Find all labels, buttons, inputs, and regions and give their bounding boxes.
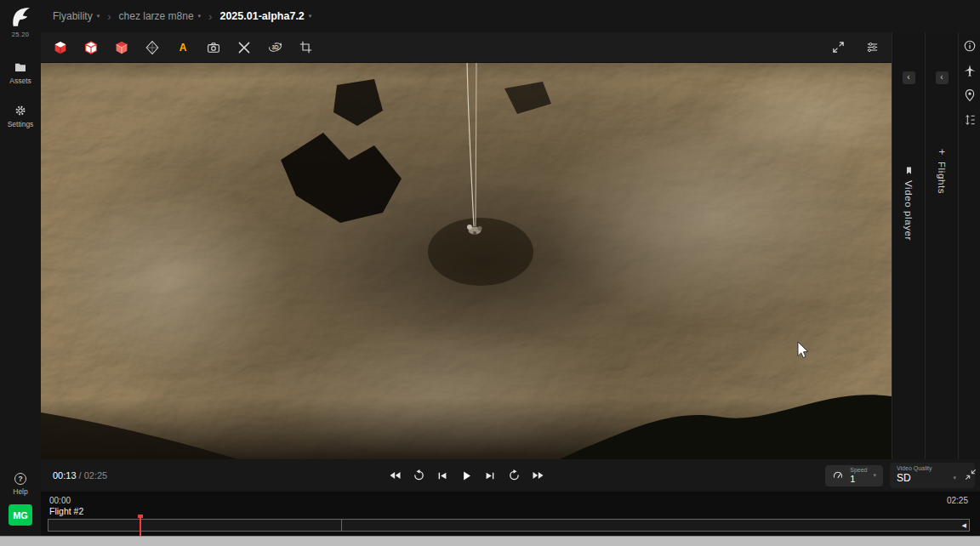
settings-gear-icon [14, 104, 27, 117]
annotations-icon[interactable]: A [174, 38, 192, 57]
caret-down-icon: ▾ [953, 475, 956, 481]
model-solid-cube-icon[interactable] [51, 38, 70, 57]
skip-next-button[interactable] [483, 469, 498, 483]
flights-panel-strip[interactable]: ‹ + Flights [925, 32, 958, 459]
playback-time: 00:13 / 02:25 [53, 470, 107, 481]
flyability-app: A 3D Flyability ▾ › [0, 0, 980, 546]
measure-tools-icon[interactable] [235, 38, 254, 57]
breadcrumb-item-org[interactable]: Flyability ▾ [53, 10, 100, 22]
breadcrumb-site-label: chez larze m8ne [119, 10, 194, 22]
location-pin-icon[interactable] [962, 88, 977, 103]
side-panel-strips: ‹ Video player ‹ + Flights [892, 32, 958, 459]
model-shaded-cube-icon[interactable] [112, 38, 131, 57]
timeline-playhead[interactable] [140, 515, 141, 537]
speedometer-icon [832, 469, 844, 481]
cave-scan-render [41, 32, 892, 459]
chevron-right-icon: › [107, 10, 111, 23]
add-flight-plus-icon: + [936, 149, 948, 156]
caret-down-icon: ▾ [198, 13, 202, 20]
timeline-divider [341, 520, 342, 531]
video-quality-control[interactable]: Video Quality SD ▾ [890, 463, 975, 488]
crop-icon[interactable] [296, 38, 315, 57]
time-separator: / [77, 470, 84, 481]
altitude-icon[interactable] [962, 112, 977, 128]
timeline-flight-label: Flight #2 [49, 506, 83, 516]
flight-timeline: 00:00 02:25 Flight #2 ◀ [41, 492, 980, 536]
sidebar-item-help[interactable]: ? Help [13, 473, 27, 496]
user-avatar[interactable]: MG [9, 504, 32, 526]
expand-video-player-chevron-icon[interactable]: ‹ [903, 71, 915, 84]
video-player-panel-strip[interactable]: ‹ Video player [892, 32, 925, 459]
speed-label: Speed [850, 467, 867, 473]
video-quality-label: Video Quality [897, 465, 968, 471]
chevron-right-icon: › [208, 10, 212, 23]
horizontal-scrollbar[interactable] [0, 536, 980, 546]
breadcrumb-item-site[interactable]: chez larze m8ne ▾ [119, 10, 202, 22]
viewport-toolbar: A 3D [41, 32, 892, 63]
fullscreen-icon[interactable] [829, 38, 847, 57]
right-icon-rail [958, 32, 980, 459]
expand-flights-chevron-icon[interactable]: ‹ [936, 71, 949, 84]
replay-button[interactable] [412, 469, 426, 483]
video-control-bar: 00:13 / 02:25 [41, 459, 980, 492]
app-version: 25.20 [12, 31, 29, 38]
viewport-3d[interactable] [41, 32, 892, 459]
flights-panel-title: + Flights [936, 149, 948, 194]
wireframe-octahedron-icon[interactable] [143, 38, 162, 57]
video-player-panel-title: Video player [903, 166, 914, 241]
breadcrumb-item-project[interactable]: 2025.01-alpha7.2 ▾ [219, 10, 311, 22]
play-button[interactable] [459, 469, 474, 483]
svg-text:3D: 3D [271, 44, 279, 50]
video-bookmark-icon [904, 166, 914, 175]
transport-controls [388, 469, 545, 483]
speed-value: 1 [850, 475, 867, 484]
sidebar-item-settings[interactable]: Settings [8, 104, 34, 128]
duration: 02:25 [84, 470, 108, 481]
fast-rewind-button[interactable] [388, 469, 402, 483]
breadcrumb: Flyability ▾ › chez larze m8ne ▾ › 2025.… [53, 10, 311, 23]
fast-forward-button[interactable] [531, 469, 545, 483]
toolbar-right-group [829, 38, 881, 57]
drone-icon[interactable] [962, 63, 977, 78]
current-time: 00:13 [53, 470, 77, 481]
skip-previous-button[interactable] [436, 469, 450, 483]
timeline-end-marker-icon: ◀ [962, 522, 966, 529]
speed-control[interactable]: Speed 1 ▾ [825, 465, 883, 486]
caret-down-icon: ▾ [873, 472, 876, 479]
svg-text:A: A [179, 41, 187, 53]
video-quality-value: SD [897, 472, 911, 484]
breadcrumb-org-label: Flyability [53, 10, 93, 22]
sidebar-help-label: Help [13, 487, 27, 496]
forward-button[interactable] [507, 469, 521, 483]
breadcrumb-project-label: 2025.01-alpha7.2 [219, 10, 304, 22]
caret-down-icon: ▾ [97, 13, 100, 20]
timeline-end-time: 02:25 [947, 496, 968, 505]
caret-down-icon: ▾ [309, 13, 312, 20]
sidebar-assets-label: Assets [9, 77, 31, 85]
camera-views-icon[interactable] [204, 38, 223, 57]
model-outline-cube-icon[interactable] [82, 38, 100, 57]
info-icon[interactable] [962, 38, 977, 54]
help-icon: ? [14, 473, 26, 485]
timeline-start-time: 00:00 [49, 496, 71, 505]
collapse-view-icon[interactable] [964, 468, 977, 481]
sidebar-item-assets[interactable]: Assets [9, 60, 31, 85]
orbit-3d-icon[interactable]: 3D [265, 38, 284, 57]
view-settings-icon[interactable] [863, 38, 881, 57]
assets-folder-icon [14, 60, 27, 74]
sidebar-settings-label: Settings [8, 120, 34, 128]
timeline-track[interactable]: ◀ [48, 519, 970, 532]
flyability-logo-icon [8, 4, 33, 30]
left-sidebar: 25.20 Assets Settings ? Help MG [0, 0, 41, 546]
header: Flyability ▾ › chez larze m8ne ▾ › 2025.… [41, 0, 980, 32]
